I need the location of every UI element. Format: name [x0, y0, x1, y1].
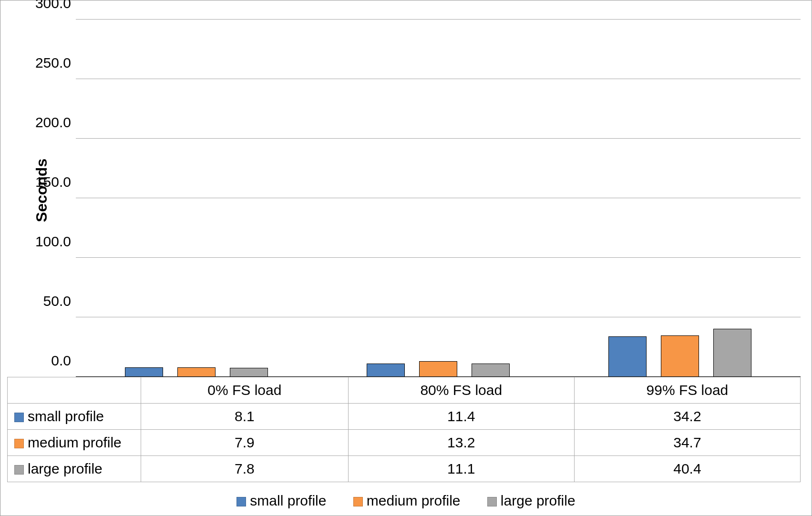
chart-container: Seconds 0.050.0100.0150.0200.0250.0300.0…	[0, 0, 812, 516]
y-tick-label: 100.0	[35, 233, 71, 250]
bar	[177, 367, 216, 377]
y-tick-label: 200.0	[35, 114, 71, 131]
category-header: 80% FS load	[348, 377, 574, 404]
gridline	[76, 317, 801, 317]
swatch-icon	[14, 439, 24, 448]
data-cell: 11.4	[348, 404, 574, 430]
gridline	[76, 19, 801, 20]
legend-label: small profile	[250, 493, 326, 508]
gridline	[76, 138, 801, 139]
legend-label: large profile	[501, 493, 576, 508]
category-header: 0% FS load	[141, 377, 349, 404]
table-row: medium profile 7.9 13.2 34.7	[8, 430, 801, 456]
legend-item: medium profile	[353, 493, 461, 509]
gridline	[76, 257, 801, 258]
data-cell: 34.7	[574, 430, 800, 456]
legend-item: large profile	[487, 493, 576, 509]
table-corner-cell	[8, 377, 141, 404]
plot-region: 0.050.0100.0150.0200.0250.0300.0	[76, 20, 801, 377]
bar	[608, 336, 647, 377]
swatch-icon	[14, 413, 24, 422]
category-group	[559, 20, 801, 377]
bar	[661, 335, 699, 377]
y-tick-label: 250.0	[35, 55, 71, 71]
data-cell: 13.2	[348, 430, 574, 456]
bar	[419, 361, 457, 377]
bar	[367, 364, 405, 377]
category-group	[318, 20, 559, 377]
table-row: large profile 7.8 11.1 40.4	[8, 456, 801, 482]
series-name: small profile	[28, 408, 104, 424]
series-row-head: small profile	[8, 404, 141, 430]
swatch-icon	[353, 497, 363, 506]
series-row-head: medium profile	[8, 430, 141, 456]
data-table: 0% FS load 80% FS load 99% FS load small…	[7, 377, 801, 482]
data-cell: 11.1	[348, 456, 574, 482]
data-cell: 34.2	[574, 404, 800, 430]
bar	[230, 368, 268, 377]
swatch-icon	[487, 497, 497, 506]
data-cell: 8.1	[141, 404, 349, 430]
gridline	[76, 79, 801, 79]
table-header-row: 0% FS load 80% FS load 99% FS load	[8, 377, 801, 404]
swatch-icon	[14, 465, 24, 475]
legend-label: medium profile	[367, 493, 461, 508]
category-header: 99% FS load	[574, 377, 800, 404]
y-tick-label: 0.0	[51, 353, 71, 369]
y-tick-label: 150.0	[35, 174, 71, 190]
data-cell: 40.4	[574, 456, 800, 482]
swatch-icon	[236, 497, 246, 506]
category-group	[76, 20, 318, 377]
series-name: medium profile	[28, 435, 122, 450]
bar	[713, 329, 751, 377]
table-row: small profile 8.1 11.4 34.2	[8, 404, 801, 430]
data-cell: 7.8	[141, 456, 349, 482]
series-name: large profile	[28, 461, 103, 476]
series-row-head: large profile	[8, 456, 141, 482]
bars-area	[76, 20, 801, 377]
y-axis-label: Seconds	[33, 159, 51, 222]
y-tick-label: 300.0	[35, 0, 71, 11]
gridline	[76, 198, 801, 198]
bar	[125, 367, 163, 377]
y-tick-label: 50.0	[43, 293, 71, 309]
data-cell: 7.9	[141, 430, 349, 456]
legend-item: small profile	[236, 493, 326, 509]
bar	[472, 364, 510, 377]
bottom-legend: small profile medium profile large profi…	[0, 493, 812, 509]
